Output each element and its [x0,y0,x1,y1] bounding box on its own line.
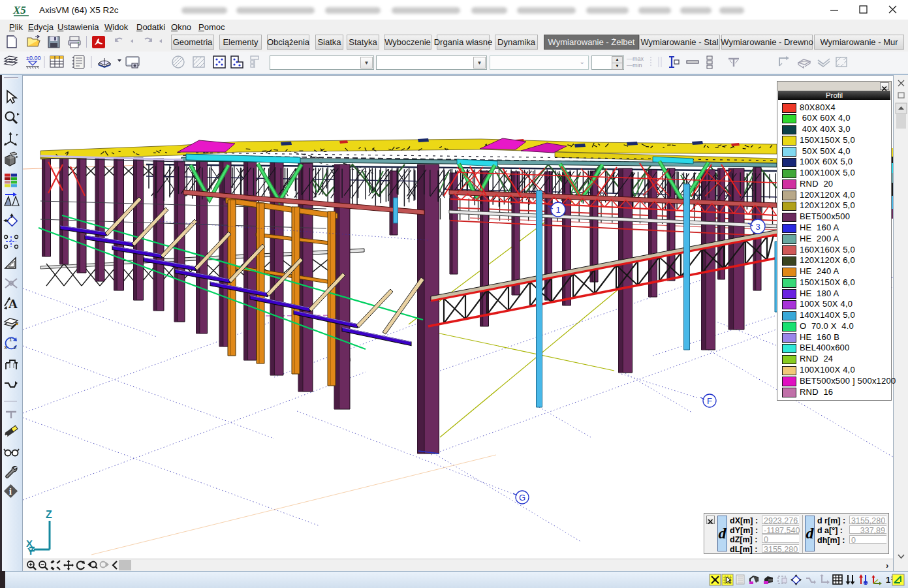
svg-text:F: F [707,396,712,406]
svg-text:1: 1 [886,575,890,585]
svg-text:3: 3 [755,222,760,232]
svg-text:1: 1 [556,205,560,215]
svg-text:Y: Y [27,546,34,557]
svg-text:Z: Z [46,509,52,520]
svg-text:G: G [519,493,525,503]
